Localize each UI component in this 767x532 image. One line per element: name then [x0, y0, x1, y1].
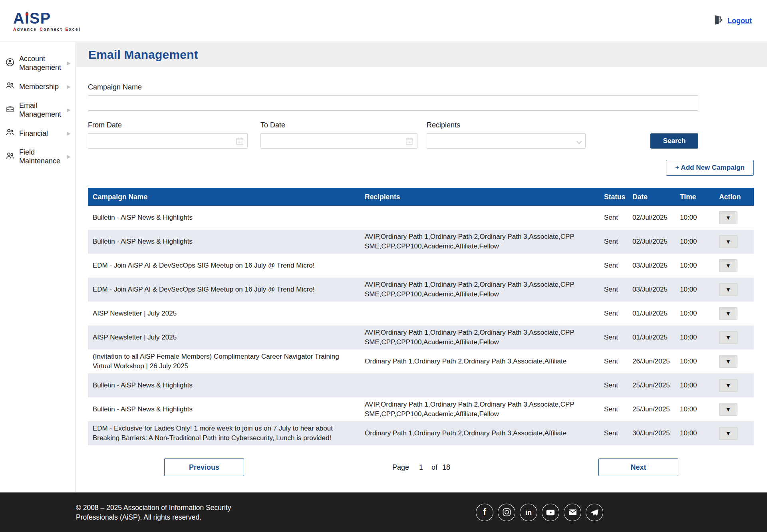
row-action-button[interactable]: ▼ — [719, 403, 737, 416]
action-cell: ▼ — [714, 281, 754, 298]
table-row: Bulletin - AiSP News & Highlights AVIP,O… — [88, 230, 754, 254]
column-header-status: Status — [599, 190, 628, 204]
filter-row: From Date To Date — [88, 121, 698, 149]
logo-i-dot — [26, 13, 28, 16]
time-cell: 10:00 — [675, 354, 714, 369]
column-header-recipients: Recipients — [360, 190, 599, 204]
date-cell: 26/Jun/2025 — [628, 354, 675, 369]
previous-page-button[interactable]: Previous — [164, 459, 244, 476]
sidebar-item-account-management[interactable]: Account Management ▶ — [0, 50, 76, 76]
pagination: Previous Page 1 of 18 Next — [88, 459, 754, 476]
facebook-icon[interactable]: f — [476, 504, 493, 521]
time-cell: 10:00 — [675, 210, 714, 225]
recipients-cell — [360, 311, 599, 316]
linkedin-icon[interactable]: in — [520, 504, 537, 521]
date-cell: 25/Jun/2025 — [628, 378, 675, 393]
campaign-name-label: Campaign Name — [88, 83, 767, 91]
action-cell: ▼ — [714, 305, 754, 322]
row-action-button[interactable]: ▼ — [719, 427, 737, 440]
briefcase-icon — [5, 104, 15, 116]
to-date-input[interactable] — [260, 133, 417, 149]
campaign-name-cell: EDM - Join AiSP AI & DevSecOps SIG Meetu… — [88, 282, 360, 297]
copyright-text: © 2008 – 2025 Association of Information… — [76, 503, 250, 522]
recipients-select[interactable] — [427, 133, 586, 149]
campaign-name-cell: Bulletin - AiSP News & Highlights — [88, 378, 360, 393]
date-cell: 02/Jul/2025 — [628, 210, 675, 225]
column-header-time: Time — [675, 190, 714, 204]
logout-button[interactable]: Logout — [712, 14, 752, 28]
chevron-right-icon: ▶ — [67, 82, 71, 91]
action-cell: ▼ — [714, 353, 754, 370]
recipients-cell: AVIP,Ordinary Path 1,Ordinary Path 2,Ord… — [360, 278, 599, 302]
caret-down-icon: ▼ — [725, 311, 731, 316]
title-band: Email Management — [76, 42, 767, 67]
caret-down-icon: ▼ — [725, 287, 731, 292]
row-action-button[interactable]: ▼ — [719, 379, 737, 392]
time-cell: 10:00 — [675, 378, 714, 393]
user-circle-icon — [5, 58, 15, 69]
table-row: AISP Newsletter | July 2025 AVIP,Ordinar… — [88, 326, 754, 349]
caret-down-icon: ▼ — [725, 335, 731, 340]
status-cell: Sent — [599, 210, 628, 225]
logout-label: Logout — [727, 17, 752, 25]
users-icon — [5, 81, 15, 92]
date-cell: 30/Jun/2025 — [628, 426, 675, 441]
column-header-action: Action — [714, 190, 754, 204]
action-cell: ▼ — [714, 233, 754, 250]
chevron-right-icon: ▶ — [67, 59, 71, 67]
campaign-name-cell: Bulletin - AiSP News & Highlights — [88, 234, 360, 249]
action-cell: ▼ — [714, 425, 754, 442]
youtube-icon[interactable] — [542, 504, 559, 521]
row-action-button[interactable]: ▼ — [719, 355, 737, 368]
time-cell: 10:00 — [675, 402, 714, 417]
caret-down-icon: ▼ — [725, 383, 731, 388]
status-cell: Sent — [599, 330, 628, 345]
time-cell: 10:00 — [675, 282, 714, 297]
row-action-button[interactable]: ▼ — [719, 235, 737, 248]
sidebar-item-financial[interactable]: Financial ▶ — [0, 123, 76, 143]
table-row: EDM - Join AiSP AI & DevSecOps SIG Meetu… — [88, 278, 754, 302]
recipients-cell — [360, 263, 599, 268]
column-header-date: Date — [628, 190, 675, 204]
row-action-button[interactable]: ▼ — [719, 259, 737, 272]
sidebar-item-field-maintenance[interactable]: Field Maintenance ▶ — [0, 143, 76, 170]
campaign-name-cell: (Invitation to all AiSP Female Members) … — [88, 349, 360, 373]
row-action-button[interactable]: ▼ — [719, 211, 737, 224]
row-action-button[interactable]: ▼ — [719, 283, 737, 296]
table-row: EDM - Join AiSP AI & DevSecOps SIG Meetu… — [88, 254, 754, 278]
sidebar-item-email-management[interactable]: Email Management ▶ — [0, 97, 76, 123]
logout-icon — [712, 14, 724, 28]
date-cell: 25/Jun/2025 — [628, 402, 675, 417]
campaign-name-input[interactable] — [88, 95, 698, 111]
table-header-row: Campaign Name Recipients Status Date Tim… — [88, 188, 754, 206]
caret-down-icon: ▼ — [725, 263, 731, 268]
search-button[interactable]: Search — [650, 133, 698, 149]
campaign-name-cell: EDM - Join AiSP AI & DevSecOps SIG Meetu… — [88, 258, 360, 273]
page-label: Page — [392, 463, 409, 471]
row-action-button[interactable]: ▼ — [719, 307, 737, 320]
logo-tagline: Advance Connect Excel — [13, 27, 81, 32]
table-row: (Invitation to all AiSP Female Members) … — [88, 349, 754, 373]
status-cell: Sent — [599, 378, 628, 393]
caret-down-icon: ▼ — [725, 215, 731, 220]
action-cell: ▼ — [714, 209, 754, 226]
chevron-right-icon: ▶ — [67, 129, 71, 138]
from-date-input[interactable] — [88, 133, 248, 149]
recipients-cell: AVIP,Ordinary Path 1,Ordinary Path 2,Ord… — [360, 326, 599, 349]
status-cell: Sent — [599, 426, 628, 441]
aisp-logo: AiSP Advance Connect Excel — [13, 10, 81, 32]
sidebar-item-label: Field Maintenance — [19, 148, 63, 165]
chevron-right-icon: ▶ — [67, 152, 71, 161]
sidebar-item-membership[interactable]: Membership ▶ — [0, 76, 76, 97]
footer: © 2008 – 2025 Association of Information… — [0, 492, 767, 532]
sidebar-item-label: Financial — [19, 129, 48, 138]
email-icon[interactable] — [564, 504, 581, 521]
page-indicator: Page 1 of 18 — [244, 463, 598, 472]
next-page-button[interactable]: Next — [598, 459, 678, 476]
campaign-name-cell: AISP Newsletter | July 2025 — [88, 330, 360, 345]
row-action-button[interactable]: ▼ — [719, 331, 737, 344]
caret-down-icon: ▼ — [725, 431, 731, 436]
telegram-icon[interactable] — [586, 504, 603, 521]
instagram-icon[interactable] — [498, 504, 515, 521]
add-new-campaign-button[interactable]: + Add New Campaign — [666, 160, 754, 176]
